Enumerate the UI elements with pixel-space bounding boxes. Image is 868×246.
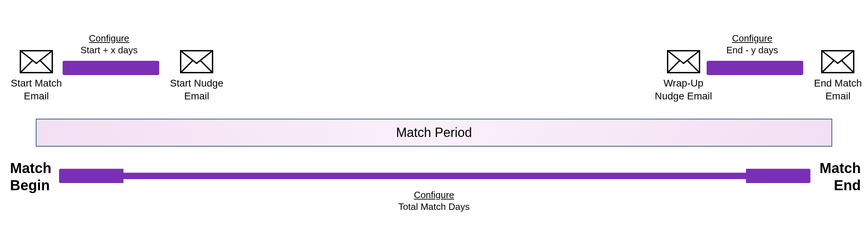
email-label: End Match Email xyxy=(814,77,862,103)
match-period-bar: Match Period xyxy=(36,119,832,147)
email-start-nudge: Start Nudge Email xyxy=(170,50,223,103)
configure-sub: Start + x days xyxy=(81,45,138,56)
match-end-label: Match End xyxy=(819,159,861,194)
email-label: Start Nudge Email xyxy=(170,77,223,103)
configure-sub: Total Match Days xyxy=(398,201,469,212)
email-label: Start Match Email xyxy=(11,77,62,103)
configure-wrapup-nudge: Configure End - y days xyxy=(726,33,778,56)
arrow-start-nudge xyxy=(63,61,159,77)
envelope-icon xyxy=(180,50,214,73)
email-label: Wrap-Up Nudge Email xyxy=(655,77,712,103)
email-wrapup-nudge: Wrap-Up Nudge Email xyxy=(655,50,712,103)
envelope-icon xyxy=(821,50,855,73)
envelope-icon xyxy=(19,50,53,73)
match-begin-label: Match Begin xyxy=(10,159,52,194)
envelope-icon xyxy=(667,50,701,73)
arrow-total-days xyxy=(59,169,810,184)
configure-start-nudge: Configure Start + x days xyxy=(81,33,138,56)
email-start-match: Start Match Email xyxy=(11,50,62,103)
configure-link: Configure xyxy=(89,33,129,44)
arrow-wrapup-nudge xyxy=(707,61,803,77)
configure-sub: End - y days xyxy=(726,45,778,56)
configure-link: Configure xyxy=(398,190,469,201)
match-period-title: Match Period xyxy=(396,125,472,140)
configure-total-days: Configure Total Match Days xyxy=(398,190,469,212)
configure-link: Configure xyxy=(732,33,772,44)
email-end-match: End Match Email xyxy=(814,50,862,103)
